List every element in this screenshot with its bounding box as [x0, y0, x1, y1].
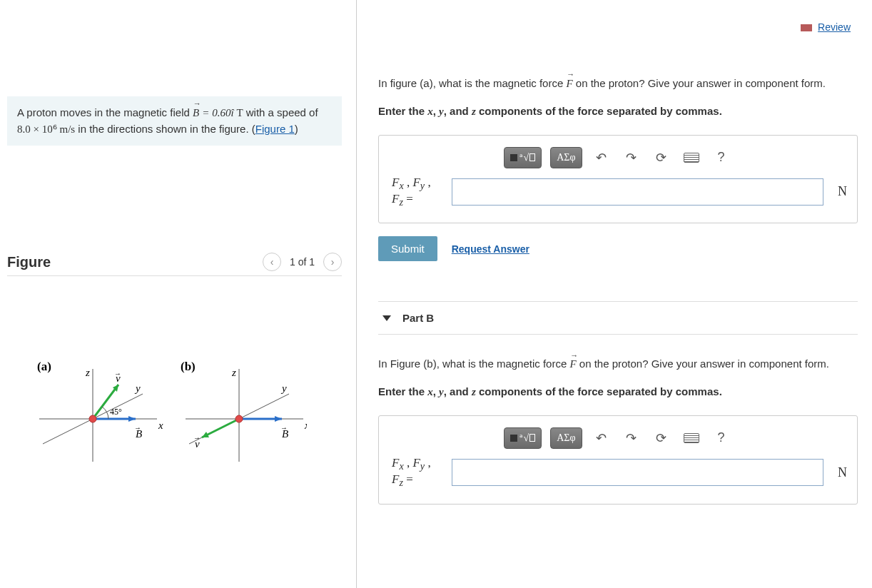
figure-title: Figure: [7, 254, 51, 270]
vector-B: B: [193, 105, 199, 121]
svg-text:→: →: [193, 434, 201, 442]
reset-button-b[interactable]: ⟳: [651, 427, 672, 449]
label-a: (a): [37, 360, 51, 373]
svg-marker-27: [275, 416, 282, 422]
partB-question: In Figure (b), what is the magnetic forc…: [378, 356, 858, 372]
svg-point-15: [89, 415, 96, 422]
partA-unit: N: [831, 184, 857, 199]
caret-down-icon: [382, 315, 391, 321]
svg-text:y: y: [134, 382, 141, 394]
review-icon: [801, 24, 812, 31]
svg-marker-11: [128, 416, 136, 422]
review-link[interactable]: Review: [818, 21, 851, 33]
problem-statement: A proton moves in the magnetic field B =…: [7, 96, 342, 146]
help-button[interactable]: ?: [711, 147, 732, 168]
partA-toolbar: ᵃ√ ΑΣφ ↶ ↷ ⟳ ?: [379, 136, 857, 176]
partA-instruction: Enter the x, y, and z components of the …: [378, 105, 858, 118]
keyboard-button[interactable]: [681, 147, 702, 168]
partB-title: Part B: [402, 312, 434, 324]
partB-unit: N: [831, 465, 857, 480]
svg-text:x: x: [304, 420, 307, 431]
right-panel: Review In figure (a), what is the magnet…: [357, 0, 872, 588]
svg-text:→: →: [280, 424, 288, 432]
request-answer-link[interactable]: Request Answer: [452, 243, 529, 255]
partA-answer-input[interactable]: [452, 178, 823, 206]
figure-page: 1 of 1: [290, 256, 315, 268]
figure-prev-button[interactable]: ‹: [263, 253, 281, 271]
partA-answer-card: ᵃ√ ΑΣφ ↶ ↷ ⟳ ? Fx , Fy , Fz = N: [378, 135, 858, 224]
partB-instruction: Enter the x, y, and z components of the …: [378, 385, 858, 398]
svg-text:→: →: [134, 424, 141, 432]
label-b: (b): [181, 360, 196, 373]
svg-text:45°: 45°: [110, 407, 122, 417]
B-unit: T: [236, 107, 243, 118]
greek-button[interactable]: ΑΣφ: [550, 147, 582, 168]
redo-button[interactable]: ↷: [621, 147, 642, 168]
keyboard-icon: [684, 153, 699, 163]
undo-button[interactable]: ↶: [591, 147, 612, 168]
redo-button-b[interactable]: ↷: [621, 427, 642, 449]
partB-answer-card: ᵃ√ ΑΣφ ↶ ↷ ⟳ ? Fx , Fy , Fz = N: [378, 415, 858, 505]
undo-button-b[interactable]: ↶: [591, 427, 612, 449]
keyboard-button-b[interactable]: [681, 427, 702, 449]
reset-button[interactable]: ⟳: [651, 147, 672, 168]
submit-button[interactable]: Submit: [378, 236, 437, 261]
left-panel: A proton moves in the magnetic field B =…: [0, 0, 357, 588]
svg-text:z: z: [85, 367, 90, 378]
B-value: 0.60: [212, 107, 230, 118]
figure-next-button[interactable]: ›: [323, 253, 342, 271]
problem-suffix: in the directions shown in the figure. (: [78, 123, 255, 135]
partB-toolbar: ᵃ√ ΑΣφ ↶ ↷ ⟳ ?: [379, 416, 857, 456]
svg-text:z: z: [231, 367, 236, 378]
figure-image: (a) z y x v → B →: [7, 276, 342, 478]
help-button-b[interactable]: ?: [711, 427, 732, 449]
speed-value: 8.0 × 10⁶ m/s: [17, 123, 75, 135]
partA-prefix: Fx , Fy , Fz =: [392, 176, 445, 209]
partA-question: In figure (a), what is the magnetic forc…: [378, 76, 858, 92]
partB-header[interactable]: Part B: [378, 301, 858, 335]
figure-link[interactable]: Figure 1: [255, 123, 295, 135]
templates-button[interactable]: ᵃ√: [504, 147, 542, 168]
figure-header: Figure ‹ 1 of 1 ›: [7, 253, 342, 276]
partB-answer-input[interactable]: [452, 459, 823, 486]
svg-point-30: [235, 415, 243, 422]
svg-text:→: →: [114, 370, 121, 377]
templates-button-b[interactable]: ᵃ√: [504, 427, 542, 449]
keyboard-icon: [684, 433, 699, 443]
svg-text:x: x: [158, 420, 163, 431]
problem-prefix: A proton moves in the magnetic field: [17, 106, 193, 118]
partB-prefix: Fx , Fy , Fz =: [392, 456, 445, 490]
greek-button-b[interactable]: ΑΣφ: [550, 427, 582, 449]
problem-mid: with a speed of: [246, 106, 318, 118]
svg-text:y: y: [280, 382, 287, 394]
